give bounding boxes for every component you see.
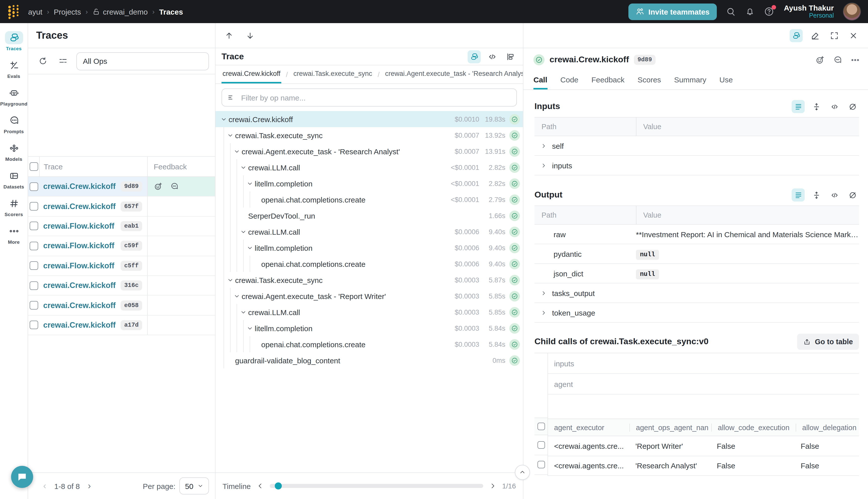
row-checkbox[interactable] xyxy=(29,202,38,210)
chevron-right-icon[interactable] xyxy=(541,309,547,316)
chevron-down-icon[interactable] xyxy=(227,277,235,283)
chevron-down-icon[interactable] xyxy=(240,164,248,171)
refresh-icon[interactable] xyxy=(36,54,49,68)
code-view-icon[interactable] xyxy=(828,188,841,202)
table-row[interactable]: raw **Investment Report: AI in Chemical … xyxy=(534,224,859,244)
table-row[interactable]: <crewai.agents.cre... 'Research Analyst'… xyxy=(548,456,859,476)
support-chat-button[interactable] xyxy=(11,466,33,488)
table-row[interactable]: crewai.Flow.kickoffc59f xyxy=(28,236,215,256)
ops-filter-select[interactable]: All Ops xyxy=(76,52,209,70)
invite-teammates-button[interactable]: Invite teammates xyxy=(629,3,717,20)
chevron-down-icon[interactable] xyxy=(240,309,248,315)
column-header[interactable]: agent_ops_agent_nan xyxy=(629,423,711,431)
tree-row[interactable]: openai.chat.completions.create$0.00035.8… xyxy=(215,336,523,352)
tree-row[interactable]: openai.chat.completions.create<$0.00012.… xyxy=(215,192,523,208)
tab-code[interactable]: Code xyxy=(560,71,579,89)
more-menu-icon[interactable] xyxy=(851,55,860,64)
table-row[interactable]: crewai.Crew.kickoff657f xyxy=(28,197,215,217)
table-row[interactable]: crewai.Crew.kickoffa17d xyxy=(28,315,215,335)
table-row[interactable]: self xyxy=(534,136,859,156)
table-row[interactable]: pydantic null xyxy=(534,244,859,264)
collapse-panel-button[interactable] xyxy=(515,465,530,480)
wandb-logo-icon[interactable] xyxy=(7,4,20,19)
chevron-down-icon[interactable] xyxy=(234,148,241,155)
feedback-column-header[interactable]: Feedback xyxy=(148,162,215,171)
tree-row[interactable]: crewai.Agent.execute_task - 'Research An… xyxy=(215,143,523,159)
hide-values-icon[interactable] xyxy=(846,100,859,113)
row-checkbox[interactable] xyxy=(29,222,38,230)
table-row[interactable]: tasks_output xyxy=(534,283,859,303)
arrow-down-icon[interactable] xyxy=(244,29,257,42)
table-row[interactable]: crewai.Flow.kickoffeab1 xyxy=(28,217,215,236)
search-icon[interactable] xyxy=(726,7,736,16)
timeline-next-icon[interactable] xyxy=(489,483,496,489)
avatar[interactable] xyxy=(843,2,861,21)
chevron-down-icon[interactable] xyxy=(247,244,255,251)
breadcrumb-project[interactable]: crewai_demo xyxy=(92,7,148,16)
user-menu[interactable]: Ayush Thakur Personal xyxy=(784,3,834,19)
list-view-icon[interactable] xyxy=(792,100,805,113)
table-row[interactable]: crewai.Crew.kickoff316c xyxy=(28,276,215,296)
edit-pencil-icon[interactable] xyxy=(809,29,822,42)
sidebar-item-models[interactable]: Models xyxy=(1,139,27,165)
breadcrumb-projects[interactable]: Projects xyxy=(54,7,81,16)
chevron-right-icon[interactable] xyxy=(541,162,547,169)
tree-row[interactable]: crewai.LLM.call$0.00069.40s xyxy=(215,223,523,240)
sidebar-item-datasets[interactable]: Datasets xyxy=(1,166,27,193)
sidebar-item-evals[interactable]: Evals xyxy=(1,56,27,82)
table-row[interactable]: crewai.Crew.kickoff9d89 xyxy=(28,177,215,197)
add-reaction-icon[interactable] xyxy=(154,182,163,191)
trace-link[interactable]: crewai.Flow.kickoff xyxy=(43,261,121,270)
row-checkbox[interactable] xyxy=(29,301,38,309)
sidebar-item-traces[interactable]: Traces xyxy=(1,28,27,54)
timeline-prev-icon[interactable] xyxy=(257,483,264,489)
chevron-down-icon[interactable] xyxy=(227,132,235,138)
row-checkbox[interactable] xyxy=(29,242,38,250)
row-checkbox[interactable] xyxy=(29,261,38,270)
breadcrumb-traces[interactable]: Traces xyxy=(159,7,183,16)
call-tab[interactable]: crewai.Crew.kickoff xyxy=(222,65,282,83)
flamegraph-view-icon[interactable] xyxy=(504,50,517,63)
call-tab[interactable]: crewai.Agent.execute_task - 'Research An… xyxy=(384,65,523,83)
tree-row[interactable]: litellm.completion$0.00069.40s xyxy=(215,240,523,256)
tab-feedback[interactable]: Feedback xyxy=(592,71,625,89)
table-row[interactable]: crewai.Crew.kickoffe058 xyxy=(28,296,215,316)
timeline-slider-knob[interactable] xyxy=(275,483,282,489)
table-row[interactable]: inputs xyxy=(534,156,859,175)
tab-call[interactable]: Call xyxy=(533,71,547,89)
tree-row[interactable]: crewai.Crew.kickoff$0.001019.83s xyxy=(215,111,523,127)
tree-view-icon[interactable] xyxy=(468,50,481,63)
add-reaction-icon[interactable] xyxy=(815,55,825,64)
tab-summary[interactable]: Summary xyxy=(674,71,706,89)
trace-link[interactable]: crewai.Crew.kickoff xyxy=(43,320,121,330)
tree-row[interactable]: openai.chat.completions.create$0.00069.4… xyxy=(215,256,523,272)
tree-row[interactable]: crewai.LLM.call$0.00035.85s xyxy=(215,304,523,320)
row-checkbox[interactable] xyxy=(537,441,545,449)
code-view-icon[interactable] xyxy=(828,100,841,113)
trace-link[interactable]: crewai.Crew.kickoff xyxy=(43,281,121,290)
tree-row[interactable]: crewai.Agent.execute_task - 'Report Writ… xyxy=(215,288,523,304)
tree-row[interactable]: litellm.completion<$0.00012.82s xyxy=(215,175,523,192)
sidebar-item-more[interactable]: More xyxy=(1,222,27,248)
tree-row[interactable]: SerperDevTool._run1.66s xyxy=(215,208,523,223)
tab-scores[interactable]: Scores xyxy=(638,71,661,89)
tree-row[interactable]: crewai.Task.execute_sync$0.000713.92s xyxy=(215,127,523,143)
trace-link[interactable]: crewai.Crew.kickoff xyxy=(43,301,121,310)
row-checkbox[interactable] xyxy=(29,321,38,329)
close-icon[interactable] xyxy=(847,29,860,42)
go-to-table-button[interactable]: Go to table xyxy=(797,334,859,350)
breadcrumb-entity[interactable]: ayut xyxy=(28,7,42,16)
table-row[interactable]: token_usage xyxy=(534,303,859,322)
hide-values-icon[interactable] xyxy=(846,188,859,202)
tab-use[interactable]: Use xyxy=(719,71,733,89)
code-view-icon[interactable] xyxy=(486,50,499,63)
table-row[interactable]: <crewai.agents.cre... 'Report Writer' Fa… xyxy=(548,436,859,456)
column-header[interactable]: agent_executor xyxy=(548,423,629,431)
chevron-right-icon[interactable] xyxy=(541,290,547,296)
notifications-bell-icon[interactable] xyxy=(745,7,755,16)
per-page-select[interactable]: 50 xyxy=(179,477,209,495)
column-settings-icon[interactable] xyxy=(56,54,69,68)
table-row[interactable]: json_dict null xyxy=(534,264,859,283)
prev-page-icon[interactable]: ‹ xyxy=(40,480,49,491)
chevron-down-icon[interactable] xyxy=(240,228,248,235)
